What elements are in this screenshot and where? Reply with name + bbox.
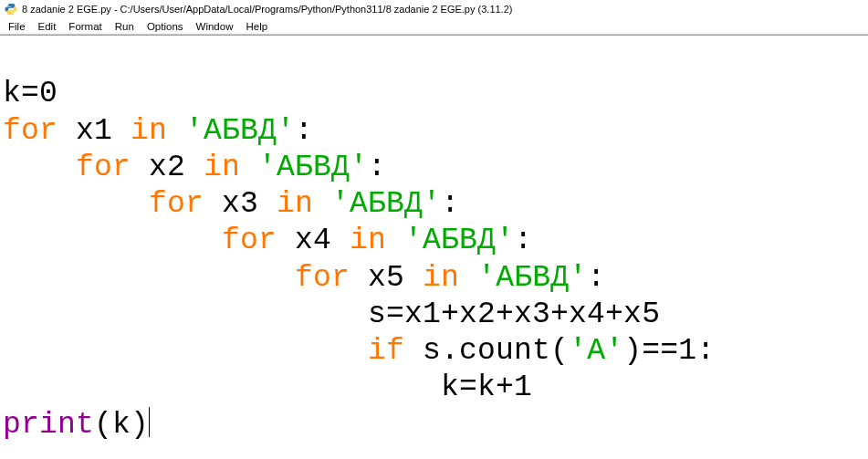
menu-file[interactable]: File — [2, 20, 32, 33]
code-token: for — [149, 187, 204, 221]
code-indent — [3, 261, 295, 295]
code-token — [167, 114, 185, 148]
code-token: 'А' — [569, 334, 623, 368]
code-token: for — [222, 224, 277, 257]
code-token: x3 — [204, 187, 277, 221]
menu-options[interactable]: Options — [141, 20, 190, 33]
code-token: 1 — [514, 370, 532, 404]
code-token: x5 — [350, 261, 423, 295]
code-token: for — [295, 261, 350, 295]
menu-edit[interactable]: Edit — [32, 20, 63, 33]
code-token: : — [441, 187, 459, 221]
code-token: in — [423, 261, 459, 295]
code-token: in — [277, 187, 313, 221]
code-token: : — [368, 151, 386, 184]
code-indent — [3, 187, 149, 221]
code-token: k — [3, 77, 21, 110]
code-token: 0 — [39, 77, 58, 110]
code-token — [240, 151, 258, 184]
code-token: 'АБВД' — [404, 224, 514, 257]
code-token: x1 — [58, 114, 131, 148]
code-token: : — [587, 261, 605, 295]
code-token: for — [3, 114, 58, 148]
code-token — [386, 224, 404, 257]
code-token: 1 — [678, 334, 696, 368]
code-content[interactable]: k=0 for x1 in 'АБВД': for x2 in 'АБВД': … — [0, 36, 868, 459]
code-token: (k) — [94, 408, 149, 442]
code-token: )== — [623, 334, 678, 368]
code-token: for — [76, 151, 131, 184]
code-token: 'АБВД' — [185, 114, 295, 148]
code-token — [459, 261, 477, 295]
code-token: in — [350, 224, 386, 257]
code-token: 'АБВД' — [477, 261, 587, 295]
code-token: : — [696, 334, 715, 368]
code-token: in — [131, 114, 167, 148]
menu-run[interactable]: Run — [109, 20, 141, 33]
code-token: 'АБВД' — [331, 187, 441, 221]
window-titlebar: 8 zadanie 2 EGE.py - C:/Users/User/AppDa… — [0, 0, 868, 18]
code-token: x2 — [131, 151, 204, 184]
python-idle-icon — [4, 2, 18, 16]
menu-format[interactable]: Format — [62, 20, 108, 33]
code-indent — [3, 297, 368, 331]
code-token: s.count( — [404, 334, 569, 368]
menu-window[interactable]: Window — [190, 20, 240, 33]
code-token: : — [295, 114, 313, 148]
code-token: s=x1+x2+x3+x4+x5 — [368, 297, 660, 331]
text-cursor — [149, 407, 150, 437]
code-indent — [3, 151, 76, 184]
code-indent — [3, 334, 368, 368]
code-token — [313, 187, 331, 221]
menubar: File Edit Format Run Options Window Help — [0, 18, 868, 35]
code-token: if — [368, 334, 404, 368]
code-token: k=k+ — [441, 370, 514, 404]
code-indent — [3, 370, 441, 404]
menu-help[interactable]: Help — [239, 20, 274, 33]
code-token: print — [3, 408, 94, 442]
code-token: 'АБВД' — [258, 151, 368, 184]
code-token: x4 — [277, 224, 350, 257]
code-indent — [3, 224, 222, 257]
code-token: : — [514, 224, 532, 257]
code-token: = — [21, 77, 39, 110]
code-editor[interactable]: k=0 for x1 in 'АБВД': for x2 in 'АБВД': … — [0, 35, 868, 459]
code-token: in — [204, 151, 240, 184]
window-title: 8 zadanie 2 EGE.py - C:/Users/User/AppDa… — [22, 4, 512, 15]
